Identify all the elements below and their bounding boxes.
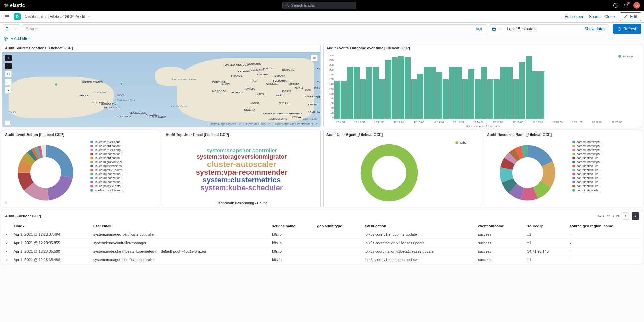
legend-item[interactable]: coordination.k8s... — [572, 188, 640, 192]
bar[interactable] — [519, 62, 525, 119]
filter-icon[interactable] — [3, 36, 8, 41]
legend-item[interactable]: coordination.k8s... — [572, 164, 640, 168]
column-header[interactable]: service.name — [269, 222, 314, 230]
legend-item[interactable]: core/v1/namespa... — [572, 148, 640, 152]
table-row[interactable]: ›Apr 1, 2021 @ 12:23:37.494system:manage… — [2, 230, 642, 239]
column-header[interactable]: event.outcome — [475, 222, 524, 230]
cloud-word[interactable]: cluster-autoscaler — [207, 160, 276, 168]
legend-item[interactable]: io.k8s.apiextensions... — [90, 164, 158, 168]
legend-item[interactable]: io.k8s.coordination... — [90, 144, 158, 148]
legend-item[interactable]: io.k8s.authorization... — [90, 172, 158, 176]
layers-button[interactable] — [311, 55, 318, 61]
share-link[interactable]: Share — [589, 14, 600, 19]
breadcrumb-root[interactable]: Dashboard — [23, 14, 43, 19]
legend-item[interactable]: coordination.k8s... — [572, 176, 640, 180]
user-avatar[interactable]: p — [633, 2, 640, 9]
expand-row-button[interactable]: › — [2, 230, 10, 239]
zoom-in-button[interactable]: + — [5, 55, 12, 61]
bar[interactable] — [506, 67, 513, 119]
legend-item[interactable]: io.k8s.authorization... — [90, 176, 158, 180]
donut-chart[interactable] — [324, 139, 454, 207]
cloud-word[interactable]: system:vpa-recommender — [196, 168, 288, 176]
column-header[interactable]: user.email — [90, 222, 269, 230]
saved-query-dropdown[interactable] — [11, 24, 20, 33]
bar[interactable] — [468, 69, 474, 119]
legend-item[interactable]: coordination.k8s... — [572, 180, 640, 184]
show-dates-link[interactable]: Show dates — [584, 26, 605, 31]
bar[interactable] — [405, 57, 411, 119]
refresh-button[interactable]: Refresh — [613, 24, 641, 34]
column-header[interactable]: source.geo.region_name — [566, 222, 642, 230]
legend-item[interactable]: core/v1/namespa... — [572, 140, 640, 144]
newsfeed-icon[interactable] — [623, 3, 629, 8]
cloud-word[interactable]: system:kube-scheduler — [201, 184, 283, 192]
legend-item[interactable]: io.k8s.core.v1.confi... — [90, 140, 158, 144]
cloud-word[interactable]: system:clustermetrics — [203, 176, 281, 184]
bar[interactable] — [455, 67, 462, 119]
column-header[interactable]: source.ip — [524, 222, 566, 230]
draw-button[interactable] — [5, 79, 12, 86]
bar[interactable] — [360, 79, 366, 119]
query-input[interactable]: Search KQL — [22, 24, 487, 33]
column-header-time[interactable]: Time ▾ — [10, 222, 90, 230]
bar[interactable] — [443, 79, 449, 119]
fit-button[interactable] — [5, 71, 12, 77]
nav-toggle-button[interactable] — [3, 12, 11, 21]
legend-item[interactable]: io.k8s.policy.v1beta... — [90, 184, 158, 188]
table-row[interactable]: ›Apr 1, 2021 @ 12:23:35.486system:manage… — [2, 256, 642, 264]
add-filter-link[interactable]: + Add filter — [11, 36, 30, 41]
bar[interactable] — [334, 81, 340, 119]
legend-item[interactable]: coordination.k8s... — [572, 184, 640, 188]
bar[interactable] — [385, 60, 391, 119]
bar[interactable] — [436, 72, 442, 119]
table-row[interactable]: ›Apr 1, 2021 @ 12:23:35.500system.node:g… — [2, 247, 642, 256]
warning-icon[interactable]: ⚠ — [4, 201, 8, 205]
column-header[interactable]: gcp.audit.type — [314, 222, 362, 230]
cloud-word[interactable]: system:storageversionmigrator — [196, 154, 287, 160]
zoom-out-button[interactable]: − — [5, 63, 12, 69]
tools-button[interactable] — [5, 87, 12, 94]
expand-row-button[interactable]: › — [2, 256, 10, 264]
legend-item[interactable]: coordination.k8s... — [572, 168, 640, 172]
bar[interactable] — [487, 79, 493, 119]
legend-item[interactable]: coordination.k8s... — [572, 172, 640, 176]
legend-item[interactable]: io.k8s.authorization... — [90, 180, 158, 184]
bar[interactable] — [513, 79, 519, 119]
legend-item[interactable]: io.k8s.core.v1.resou... — [90, 188, 158, 192]
legend-item[interactable]: core/v1/namespa... — [572, 144, 640, 148]
legend-item[interactable]: core/v1/namespa... — [572, 160, 640, 164]
kql-toggle[interactable]: KQL — [476, 27, 483, 31]
donut-chart[interactable] — [2, 139, 89, 207]
prev-page-button[interactable]: ‹ — [622, 212, 629, 220]
full-screen-link[interactable]: Full screen — [565, 14, 584, 19]
bar[interactable] — [379, 79, 385, 119]
global-search-input[interactable]: Search Elastic — [282, 2, 356, 9]
clone-link[interactable]: Clone — [604, 14, 615, 19]
legend-toggle[interactable] — [5, 120, 10, 126]
app-badge[interactable]: D — [14, 13, 21, 20]
legend-item[interactable]: io.k8s.core.v1.endp... — [90, 148, 158, 152]
legend-item[interactable]: core/v1/namespa... — [572, 152, 640, 156]
bar[interactable] — [366, 67, 372, 119]
expand-row-button[interactable]: › — [2, 247, 10, 256]
bar[interactable] — [430, 67, 436, 119]
bar[interactable] — [347, 67, 353, 119]
column-header[interactable]: event.action — [361, 222, 475, 230]
donut-chart[interactable] — [484, 139, 571, 207]
bar[interactable] — [462, 79, 468, 119]
cloud-word[interactable]: system:snapshot-controller — [206, 148, 277, 154]
bar[interactable] — [417, 74, 423, 119]
bar[interactable] — [373, 67, 379, 119]
bar[interactable] — [481, 67, 487, 119]
bar[interactable] — [398, 56, 404, 119]
saved-query-button[interactable] — [3, 24, 11, 33]
legend-item[interactable]: io.k8s.coordination... — [90, 156, 158, 160]
legend-item[interactable]: coordination.k8s... — [572, 156, 640, 160]
bar-chart[interactable] — [334, 54, 639, 119]
bar[interactable] — [354, 67, 360, 119]
bar[interactable] — [392, 57, 398, 119]
bar[interactable] — [494, 79, 500, 119]
bar[interactable] — [424, 67, 430, 119]
help-icon[interactable] — [613, 3, 619, 8]
bar[interactable] — [411, 79, 417, 119]
